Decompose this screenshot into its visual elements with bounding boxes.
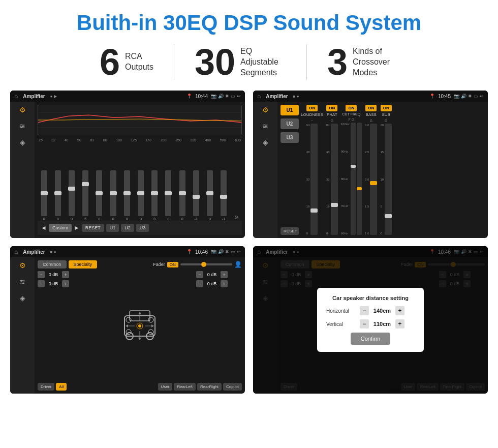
db-row-rl: − 0 dB + [38, 280, 83, 287]
eq-filter-icon[interactable]: ⚙ [19, 106, 26, 114]
db-minus-rr[interactable]: − [196, 280, 203, 287]
next-button[interactable]: ► [74, 224, 80, 231]
slider-thumb-5[interactable] [110, 191, 117, 195]
slider-thumb-6[interactable] [123, 191, 131, 195]
amp-wave-icon[interactable]: ≋ [262, 122, 268, 130]
eq-wave-icon[interactable]: ≋ [19, 122, 25, 130]
all-btn-3[interactable]: All [56, 383, 67, 391]
copilot-btn-3[interactable]: Copilot [223, 383, 242, 391]
sub-on[interactable]: ON [381, 105, 392, 111]
vertical-plus-btn[interactable]: + [395, 319, 404, 328]
eq-graph [38, 105, 242, 135]
slider-thumb-11[interactable] [193, 195, 200, 199]
db-minus-fl[interactable]: − [38, 271, 45, 278]
eq-speaker-icon[interactable]: ◈ [20, 138, 25, 146]
fader-on-badge[interactable]: ON [167, 262, 178, 267]
rearleft-btn-3[interactable]: RearLeft [174, 383, 196, 391]
slider-thumb-3[interactable] [82, 182, 89, 186]
phat-on[interactable]: ON [326, 105, 337, 111]
slider-thumb-10[interactable] [179, 191, 186, 195]
eq-slider-0: 0 [41, 170, 47, 221]
cs-content: Common Specialty Fader ON 👤 − 0 dB [35, 257, 245, 394]
bass-slider[interactable] [370, 124, 377, 235]
cs-wave-icon[interactable]: ≋ [19, 278, 25, 286]
reset-btn-eq[interactable]: RESET [82, 224, 104, 232]
fader-thumb[interactable] [201, 262, 206, 267]
db-minus-rl[interactable]: − [38, 280, 45, 287]
amp-speaker-icon[interactable]: ◈ [263, 138, 268, 146]
driver-btn-3[interactable]: Driver [38, 383, 54, 391]
slider-thumb-1[interactable] [54, 191, 61, 195]
cs-filter-icon[interactable]: ⚙ [19, 261, 26, 270]
svg-marker-13 [138, 338, 141, 340]
slider-thumb-12[interactable] [206, 191, 213, 195]
time-1: 10:44 [195, 94, 208, 99]
slider-thumb-2[interactable] [68, 187, 75, 191]
slider-thumb-4[interactable] [96, 191, 103, 195]
back-icon-3[interactable]: ↩ [237, 249, 241, 254]
vertical-minus-btn[interactable]: − [360, 319, 369, 328]
bass-on[interactable]: ON [365, 105, 377, 111]
stat-crossover: 3 Kinds of Crossover Modes [307, 44, 419, 80]
user-btn-3[interactable]: User [158, 383, 173, 391]
back-icon-1[interactable]: ↩ [237, 94, 241, 99]
rearright-btn-3[interactable]: RearRight [197, 383, 222, 391]
cutfreq-slider-g[interactable] [357, 123, 362, 235]
sub-slider[interactable] [385, 124, 392, 235]
slider-thumb-13[interactable] [220, 195, 227, 199]
db-plus-fl[interactable]: + [62, 271, 69, 278]
cs-tab-row: Common Specialty Fader ON 👤 [38, 260, 242, 268]
horizontal-label: Horizontal [326, 308, 357, 314]
eq-slider-10: 0 [179, 170, 185, 221]
reset-btn-amp[interactable]: RESET [281, 227, 299, 235]
app-title-3: Amplifier [23, 249, 45, 255]
status-bar-2: ⌂ Amplifier ■ ● 📍 10:45 📷 🔊 ✖ ▭ ↩ [253, 91, 488, 102]
u1-btn-eq[interactable]: U1 [106, 224, 119, 232]
custom-btn[interactable]: Custom [49, 224, 72, 232]
home-icon-2[interactable]: ⌂ [257, 93, 261, 100]
home-icon-3[interactable]: ⌂ [14, 248, 18, 255]
loudness-slider[interactable] [310, 124, 318, 235]
horizontal-minus-btn[interactable]: − [360, 306, 369, 315]
status-dots-3: ■ ● [50, 250, 56, 254]
cs-speaker-icon[interactable]: ◈ [20, 294, 25, 302]
db-plus-fr[interactable]: + [221, 271, 228, 278]
expand-icon[interactable]: » [234, 213, 238, 221]
u3-btn-eq[interactable]: U3 [136, 224, 149, 232]
stat-eq: 30 EQ Adjustable Segments [174, 44, 306, 80]
eq-frequency-labels: 2532405063 80100125160200 25032040050063… [38, 138, 242, 142]
amp-filter-icon[interactable]: ⚙ [262, 106, 269, 114]
u3-btn-amp[interactable]: U3 [281, 132, 299, 143]
slider-thumb-9[interactable] [165, 191, 172, 195]
svg-marker-11 [138, 312, 141, 314]
u1-btn-amp[interactable]: U1 [281, 105, 299, 115]
db-minus-fr[interactable]: − [196, 271, 203, 278]
u2-btn-amp[interactable]: U2 [281, 118, 299, 129]
volume-icon-2: 🔊 [461, 94, 466, 99]
camera-icon-3: 📷 [211, 249, 216, 254]
back-icon-2[interactable]: ↩ [480, 94, 484, 99]
specialty-tab[interactable]: Specialty [69, 260, 98, 268]
cutfreq-on[interactable]: ON [346, 105, 357, 111]
slider-thumb-7[interactable] [137, 191, 144, 195]
phat-slider[interactable] [331, 124, 338, 235]
eq-slider-4: 0 [96, 170, 102, 221]
horizontal-plus-btn[interactable]: + [395, 306, 404, 315]
settings-icon-3[interactable]: 👤 [234, 261, 242, 268]
db-plus-rl[interactable]: + [62, 280, 69, 287]
home-icon-1[interactable]: ⌂ [14, 93, 18, 100]
confirm-button[interactable]: Confirm [351, 333, 391, 345]
amp-content: U1 U2 U3 RESET ON LOUDNESS ~ 644832160 [277, 102, 488, 238]
loudness-on[interactable]: ON [306, 105, 318, 111]
fader-track[interactable] [180, 263, 232, 265]
db-row-rr: − 0 dB + [196, 280, 242, 287]
cutfreq-slider-f[interactable] [351, 123, 356, 235]
stat-rca: 6 RCA Outputs [79, 44, 174, 80]
app-title-1: Amplifier [23, 94, 45, 99]
slider-thumb-8[interactable] [151, 191, 158, 195]
slider-thumb-0[interactable] [41, 191, 48, 195]
prev-button[interactable]: ◄ [41, 224, 47, 231]
db-plus-rr[interactable]: + [221, 280, 228, 287]
common-tab[interactable]: Common [38, 260, 67, 268]
u2-btn-eq[interactable]: U2 [121, 224, 134, 232]
